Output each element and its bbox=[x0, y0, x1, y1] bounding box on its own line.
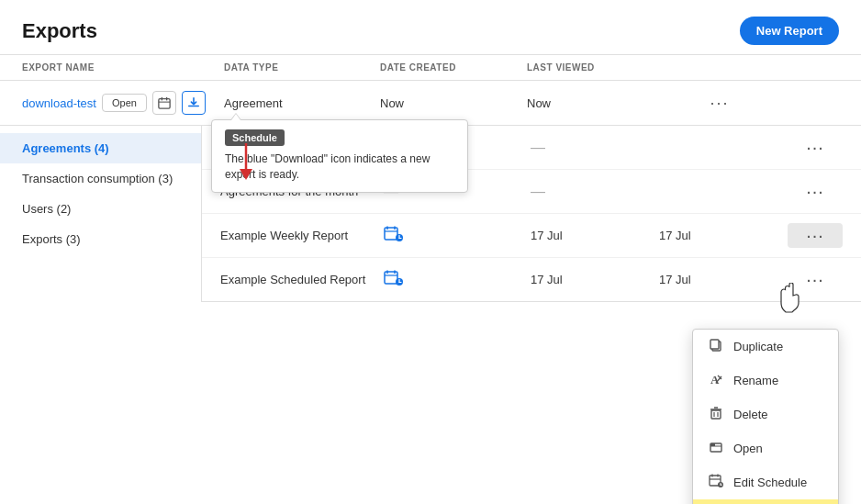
sidebar-item-transaction[interactable]: Transaction consumption (3) bbox=[0, 163, 201, 194]
date-created-value: Now bbox=[380, 96, 527, 110]
schedule-icon-cell bbox=[384, 226, 531, 246]
row-more-button-active[interactable]: ··· bbox=[788, 223, 843, 248]
col-actions bbox=[655, 62, 784, 73]
row-more-button[interactable]: ··· bbox=[788, 179, 843, 204]
table-row: Example Weekly Report bbox=[202, 214, 861, 258]
table-row: Example Scheduled Report bbox=[202, 258, 861, 301]
delete-icon bbox=[708, 406, 724, 423]
callout-arrow bbox=[230, 113, 241, 120]
callout-box: Schedule The blue "Download" icon indica… bbox=[211, 119, 468, 193]
col-data-type: DATA TYPE bbox=[224, 62, 380, 73]
col-last-viewed: LAST VIEWED bbox=[527, 62, 655, 73]
download-icon-btn[interactable] bbox=[182, 91, 206, 115]
context-menu-edit-schedule[interactable]: Edit Schedule bbox=[693, 465, 838, 499]
svg-rect-0 bbox=[159, 99, 170, 109]
report-last-viewed: 17 Jul bbox=[659, 273, 788, 286]
sidebar-item-users[interactable]: Users (2) bbox=[0, 194, 201, 224]
download-test-label: download-test bbox=[22, 96, 96, 110]
report-last-viewed: — bbox=[531, 140, 659, 156]
context-menu-rename[interactable]: A Rename bbox=[693, 364, 838, 398]
svg-rect-13 bbox=[385, 272, 397, 284]
context-menu-duplicate[interactable]: Duplicate bbox=[693, 330, 838, 364]
context-menu-delete[interactable]: Delete bbox=[693, 398, 838, 431]
table-header: EXPORT NAME DATA TYPE DATE CREATED LAST … bbox=[0, 55, 861, 81]
duplicate-icon bbox=[708, 338, 724, 355]
context-menu-send-now[interactable]: Send it Now bbox=[693, 499, 838, 504]
context-menu: Duplicate A Rename bbox=[692, 329, 839, 504]
header: Exports New Report bbox=[0, 0, 861, 55]
svg-rect-21 bbox=[710, 340, 719, 349]
report-last-viewed: 17 Jul bbox=[659, 229, 788, 242]
top-row: download-test Open bbox=[0, 81, 861, 125]
sidebar: Agreements (4) Transaction consumption (… bbox=[0, 126, 202, 302]
svg-rect-31 bbox=[710, 443, 715, 446]
context-menu-open[interactable]: Open bbox=[693, 431, 838, 465]
row-more-button[interactable]: ··· bbox=[788, 135, 843, 160]
schedule-icon bbox=[384, 270, 404, 290]
schedule-icon-cell bbox=[384, 270, 531, 290]
report-date-created: 17 Jul bbox=[531, 229, 659, 242]
annotation-section: download-test Open bbox=[0, 81, 861, 126]
page-title: Exports bbox=[22, 19, 97, 43]
report-name: Example Scheduled Report bbox=[220, 273, 384, 286]
sidebar-item-exports[interactable]: Exports (3) bbox=[0, 224, 201, 254]
schedule-icon bbox=[384, 226, 404, 246]
col-date-created: DATE CREATED bbox=[380, 62, 527, 73]
callout-label: Schedule bbox=[225, 129, 285, 146]
delete-label: Delete bbox=[733, 408, 768, 421]
report-last-viewed: — bbox=[531, 184, 659, 200]
export-name-cell: download-test Open bbox=[22, 91, 224, 115]
svg-rect-25 bbox=[711, 410, 721, 419]
edit-schedule-icon bbox=[708, 474, 724, 491]
top-row-more-button[interactable]: ··· bbox=[655, 92, 784, 115]
open-icon bbox=[708, 440, 724, 457]
svg-rect-6 bbox=[385, 228, 397, 240]
row-more-button[interactable]: ··· bbox=[788, 267, 843, 292]
open-label: Open bbox=[733, 442, 763, 455]
sidebar-item-agreements[interactable]: Agreements (4) bbox=[0, 133, 201, 163]
page-container: Exports New Report EXPORT NAME DATA TYPE… bbox=[0, 0, 861, 504]
last-viewed-value: Now bbox=[527, 96, 655, 110]
rename-icon: A bbox=[708, 372, 724, 389]
rename-label: Rename bbox=[733, 374, 778, 387]
edit-schedule-label: Edit Schedule bbox=[733, 476, 807, 489]
duplicate-label: Duplicate bbox=[733, 340, 783, 353]
data-type-value: Agreement bbox=[224, 96, 380, 110]
report-name: Example Weekly Report bbox=[220, 229, 384, 242]
callout-text: The blue "Download" icon indicates a new… bbox=[225, 151, 454, 183]
new-report-button[interactable]: New Report bbox=[740, 17, 839, 45]
open-button[interactable]: Open bbox=[102, 94, 147, 112]
report-date-created: 17 Jul bbox=[531, 273, 659, 286]
col-export-name: EXPORT NAME bbox=[22, 62, 224, 73]
calendar-icon-btn[interactable] bbox=[152, 91, 176, 115]
